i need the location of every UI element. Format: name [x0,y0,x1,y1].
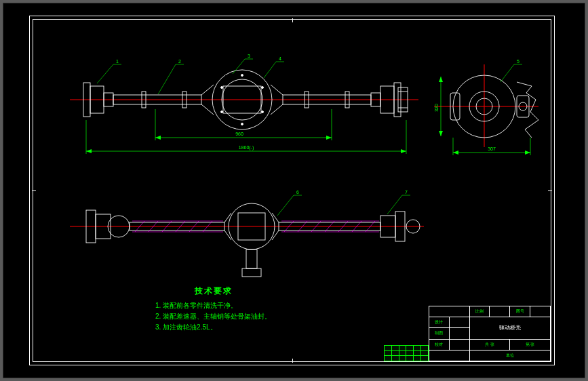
svg-point-14 [241,75,243,77]
svg-point-16 [221,87,223,89]
svg-line-55 [501,64,514,82]
notes-item: 2. 装配差速器、主轴销等处骨架油封。 [155,311,271,322]
svg-marker-58 [439,77,443,82]
notes-item: 1. 装配前各零件清洗干净。 [155,300,271,311]
notes-item: 3. 加注齿轮油2.5L。 [155,322,271,333]
svg-marker-40 [155,136,161,140]
tb-drawing-no-label: 图号 [510,306,530,317]
dim-value: 320 [434,104,439,112]
tb-sheet-n: 第 张 [510,339,551,350]
svg-line-12 [271,85,283,95]
tb-org-label: 单位 [469,350,550,361]
dim-value: 1860(-) [239,145,254,151]
svg-point-18 [221,111,223,113]
svg-point-15 [241,123,243,125]
svg-marker-64 [525,151,530,155]
svg-marker-41 [326,136,332,140]
technical-notes: 技术要求 1. 装配前各零件清洗干净。 2. 装配差速器、主轴销等处骨架油封。 … [155,285,271,333]
svg-line-33 [233,59,245,74]
svg-marker-45 [86,149,92,153]
cad-viewport[interactable]: 1 2 3 4 [3,3,585,378]
callout-label: 5 [517,59,520,64]
svg-line-35 [264,62,276,78]
tb-check-label: 校对 [429,339,450,350]
svg-marker-46 [401,149,406,153]
svg-line-11 [201,104,214,115]
callout-label: 2 [178,59,181,64]
tb-part-name: 驱动桥壳 [469,317,550,339]
tb-design-label: 设计 [429,317,450,328]
revision-block [384,345,429,361]
dim-value: 960 [235,132,243,136]
callout-label: 6 [296,190,299,195]
tb-scale-label: 比例 [469,306,490,317]
svg-rect-73 [242,268,261,277]
callout-label: 1 [116,59,119,64]
svg-line-29 [97,64,113,83]
svg-line-99 [277,195,294,216]
callout-label: 3 [248,54,250,58]
drawing-area[interactable]: 1 2 3 4 [33,20,551,361]
drawing-frame-outer: 1 2 3 4 [29,16,555,365]
svg-line-31 [158,64,176,94]
svg-line-10 [201,85,214,95]
dim-value: 307 [488,146,496,151]
side-view: 5 320 307 [430,52,545,167]
tb-sheets-of: 共 张 [469,339,510,350]
callout-label: 7 [405,190,408,195]
notes-title: 技术要求 [155,285,271,298]
svg-point-17 [262,87,264,89]
title-block: 比例 图号 设计 驱动桥壳 制图 [429,306,551,361]
tb-draw-label: 制图 [429,328,450,339]
svg-marker-63 [453,151,458,155]
svg-point-19 [262,111,264,113]
svg-rect-72 [246,249,257,268]
section-view: 6 7 [74,186,420,287]
callout-label: 4 [279,56,281,61]
svg-marker-59 [439,131,443,136]
drawing-frame-inner: 1 2 3 4 [33,19,551,362]
front-view: 1 2 3 4 [74,52,413,164]
svg-line-13 [271,104,283,115]
